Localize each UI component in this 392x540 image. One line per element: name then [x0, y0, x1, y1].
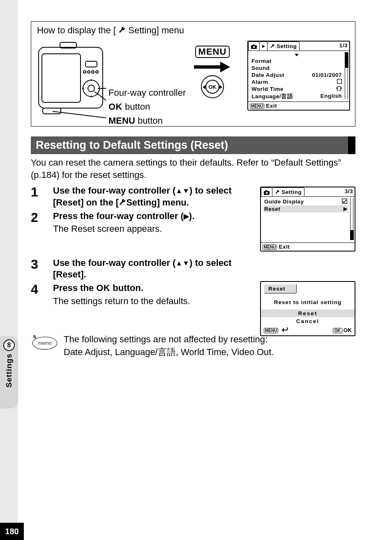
cancel-option: Cancel	[261, 317, 355, 325]
ok-dpad-icon: OK	[201, 75, 224, 98]
menu-chip: MENU	[250, 104, 264, 109]
svg-point-8	[92, 71, 94, 73]
exit-text: Exit	[266, 103, 277, 109]
svg-rect-1	[42, 54, 81, 102]
title-prefix: How to display the [	[37, 25, 116, 35]
reset-dialog-tab: Reset	[264, 284, 297, 293]
ok-text: OK	[108, 102, 122, 112]
ok-chip: OK	[333, 328, 342, 333]
ok-label: OK	[344, 327, 352, 333]
item-alarm: Alarm	[251, 79, 268, 85]
svg-rect-0	[39, 47, 103, 108]
wrench-icon	[119, 197, 126, 208]
svg-point-4	[88, 85, 95, 92]
arrow-right-icon	[194, 63, 231, 71]
menu-chip: MENU	[264, 328, 278, 333]
s4a: Press the	[53, 283, 96, 293]
memo-line-2: Date Adjust, Language/言語, World Time, Vi…	[64, 346, 274, 359]
s1a: Use the four-way controller (	[53, 185, 175, 196]
exit-label: MENUExit	[263, 244, 290, 250]
s4b: button.	[110, 283, 143, 293]
step-3-number: 3	[31, 257, 53, 281]
step-1-number: 1	[31, 185, 53, 208]
ok-text: OK	[96, 283, 110, 293]
down-triangle-icon	[295, 54, 299, 56]
item-guide-display: Guide Display	[264, 198, 304, 205]
svg-rect-24	[342, 199, 347, 204]
menu-back: MENU	[264, 327, 288, 333]
svg-rect-15	[253, 44, 254, 46]
step-2-number: 2	[31, 210, 53, 235]
s3a: Use the four-way controller (	[53, 258, 175, 268]
item-language: Language/言語	[251, 93, 293, 100]
menu-button-icon: MENU	[195, 46, 230, 58]
svg-point-3	[83, 80, 99, 97]
exit-label: MENUExit	[250, 103, 277, 109]
svg-point-23	[266, 192, 268, 194]
svg-line-13	[53, 111, 106, 119]
item-sound: Sound	[251, 65, 270, 71]
section-heading: Resetting to Default Settings (Reset)	[31, 136, 355, 154]
fourway-label: Four-way controller	[108, 86, 186, 100]
s2a: Press the four-way controller (	[53, 211, 184, 221]
setting-tab: Setting	[272, 187, 304, 196]
item-date-adjust: Date Adjust	[251, 72, 284, 78]
item-reset: Reset	[264, 206, 280, 212]
ok-button-label: OK button	[108, 100, 186, 114]
exit-text: Exit	[279, 244, 290, 250]
play-tab-icon	[259, 42, 267, 51]
back-arrow-icon	[281, 328, 288, 332]
s2b: ).	[189, 211, 194, 221]
setting-tab-label: Setting	[277, 43, 297, 49]
menu-ok-flow: MENU OK	[186, 46, 239, 98]
page-indicator: 1/3	[339, 42, 349, 51]
s1c: Setting] menu.	[126, 197, 189, 208]
ok-suffix: button	[122, 102, 150, 112]
item-world-time: World Time	[251, 86, 284, 92]
reset-option: Reset	[261, 309, 355, 317]
camera-tab-icon	[248, 42, 260, 51]
right-triangle-icon: ▶	[184, 212, 189, 220]
svg-rect-19	[337, 79, 342, 84]
svg-rect-10	[43, 108, 61, 114]
svg-line-12	[95, 92, 106, 106]
menu-suffix: button	[135, 115, 163, 126]
reset-dialog-screen: Reset Reset to initial setting Reset Can…	[260, 281, 355, 336]
scrollbar	[345, 52, 348, 99]
camera-tab-icon	[261, 187, 272, 196]
svg-marker-17	[262, 45, 265, 48]
intro-text: You can reset the camera settings to the…	[31, 157, 355, 181]
svg-rect-22	[265, 190, 267, 192]
title-suffix: Setting] menu	[128, 25, 184, 35]
svg-point-9	[96, 71, 98, 73]
ok-confirm: OKOK	[333, 327, 352, 333]
page-indicator: 3/3	[345, 187, 355, 196]
camera-illustration	[36, 40, 106, 124]
step-4-number: 4	[31, 282, 53, 307]
step-2-head: Press the four-way controller (▶).	[53, 210, 249, 222]
camera-part-labels: Four-way controller OK button MENU butto…	[108, 86, 186, 128]
right-triangle-icon: ▶	[344, 206, 348, 212]
chapter-tab: 8 Settings	[0, 336, 18, 408]
chapter-number: 8	[3, 339, 15, 351]
wrench-icon	[116, 25, 128, 35]
menu-text: MENU	[108, 115, 135, 126]
how-to-display-box: How to display the [ Setting] menu	[31, 21, 355, 127]
how-to-title: How to display the [ Setting] menu	[37, 25, 351, 36]
step-4-head: Press the OK button.	[53, 282, 249, 294]
page-number: 180	[0, 523, 24, 540]
svg-point-16	[253, 46, 255, 48]
setting-screen-1: Setting 1/3 Format Sound Date Adjust01/0…	[247, 41, 350, 111]
setting-tab-label: Setting	[281, 189, 302, 195]
setting-screen-3: Setting 3/3 Guide Display Reset ▶ MENUEx…	[260, 187, 355, 252]
svg-point-7	[88, 71, 90, 73]
alarm-checkbox-icon	[337, 79, 342, 85]
up-down-triangle-icon: ▲▼	[175, 187, 189, 195]
reset-dialog-msg: Reset to initial setting	[261, 293, 355, 309]
svg-marker-20	[336, 86, 342, 91]
menu-button-label: MENU button	[108, 114, 186, 128]
scrollbar	[350, 198, 353, 240]
svg-point-6	[83, 71, 86, 73]
svg-marker-18	[295, 54, 299, 56]
page-left-margin	[0, 0, 18, 540]
